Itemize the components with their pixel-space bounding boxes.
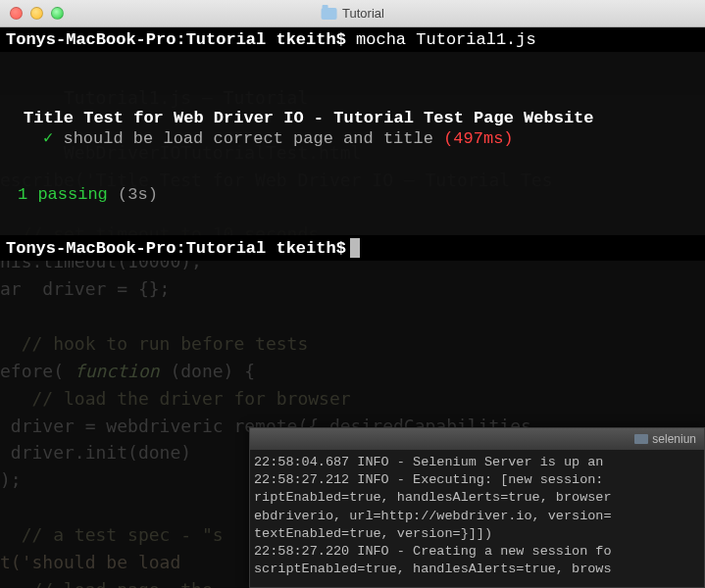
prompt-host: Tonys-MacBook-Pro:Tutorial tkeith$ xyxy=(6,239,346,258)
window-titlebar[interactable]: Tutorial xyxy=(0,0,705,27)
terminal-area[interactable]: Tutorial1.js — Tutorial WebDriverIOTutor… xyxy=(0,27,705,588)
terminal-prompt-idle[interactable]: Tonys-MacBook-Pro:Tutorial tkeith$ xyxy=(0,235,705,261)
passing-count: 1 passing xyxy=(18,185,108,204)
prompt-host: Tonys-MacBook-Pro:Tutorial tkeith$ xyxy=(6,30,346,49)
selenium-log-output: 22:58:04.687 INFO - Selenium Server is u… xyxy=(250,450,704,587)
window-title: Tutorial xyxy=(321,6,384,21)
prompt-command: mocha Tutorial1.js xyxy=(356,30,536,49)
selenium-log-window[interactable]: seleniun 22:58:04.687 INFO - Selenium Se… xyxy=(249,427,705,588)
test-result-line: ✓ should be load correct page and title … xyxy=(6,127,699,148)
folder-icon xyxy=(321,8,336,20)
test-spec-name: should be load correct page and title xyxy=(63,129,432,148)
terminal-prompt-line: Tonys-MacBook-Pro:Tutorial tkeith$ mocha… xyxy=(0,27,705,52)
cursor-icon xyxy=(350,238,360,258)
mocha-output: Title Test for Web Driver IO - Tutorial … xyxy=(0,95,705,154)
zoom-icon[interactable] xyxy=(51,7,64,20)
test-duration: (497ms) xyxy=(443,129,513,148)
folder-icon xyxy=(634,434,648,444)
mocha-summary: 1 passing (3s) xyxy=(0,181,705,208)
minimize-icon[interactable] xyxy=(30,7,43,20)
selenium-titlebar[interactable]: seleniun xyxy=(250,428,704,450)
selenium-window-title: seleniun xyxy=(652,432,696,446)
checkmark-icon: ✓ xyxy=(43,129,53,148)
close-icon[interactable] xyxy=(10,7,23,20)
total-time: (3s) xyxy=(118,185,158,204)
window-title-text: Tutorial xyxy=(342,6,384,21)
traffic-lights xyxy=(10,7,64,20)
test-suite-title: Title Test for Web Driver IO - Tutorial … xyxy=(6,109,699,127)
